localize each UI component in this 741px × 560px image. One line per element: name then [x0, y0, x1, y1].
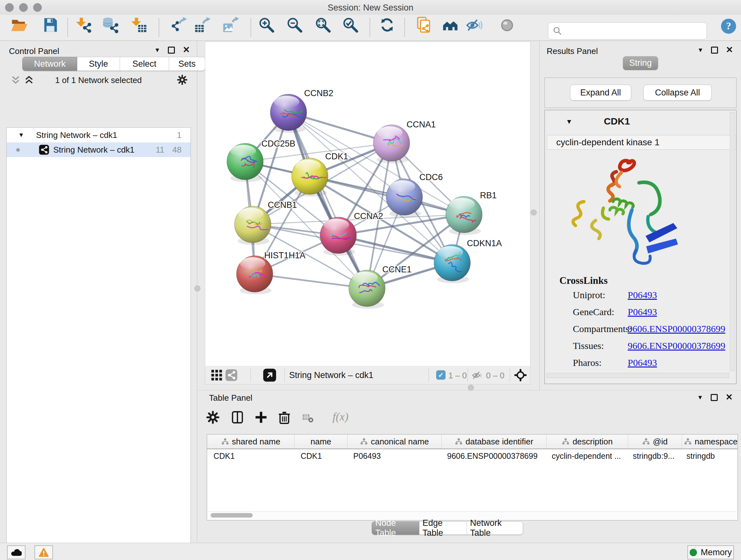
- table-cell[interactable]: CDK1: [207, 451, 294, 461]
- save-session-button[interactable]: [42, 16, 59, 34]
- import-network-button[interactable]: [75, 16, 92, 34]
- table-cell[interactable]: 9606.ENSP00000378699: [441, 451, 545, 461]
- selected-checkbox[interactable]: ✓: [436, 370, 446, 380]
- homes-button[interactable]: [442, 16, 459, 34]
- zoom-out-icon: [286, 16, 303, 34]
- add-column-icon[interactable]: [254, 410, 268, 425]
- import-table-button[interactable]: [130, 16, 147, 34]
- table-cell[interactable]: stringdb:9...: [626, 451, 680, 461]
- tab-network-table[interactable]: Network Table: [467, 521, 523, 535]
- tab-select[interactable]: Select: [120, 57, 169, 71]
- tab-network[interactable]: Network: [22, 57, 77, 71]
- clone-network-icon: [415, 16, 432, 34]
- panel-collapse-icon[interactable]: ▼: [697, 47, 704, 54]
- grid-view-icon[interactable]: [210, 369, 223, 381]
- network-node-cdc25b[interactable]: CDC25B: [227, 139, 295, 182]
- warning-icon: [39, 548, 49, 557]
- footer-separator: [428, 368, 429, 382]
- network-selected-status: 1 of 1 Network selected: [0, 75, 197, 85]
- network-node-rb1[interactable]: RB1: [446, 191, 497, 235]
- warning-button[interactable]: [35, 545, 53, 559]
- tab-style[interactable]: Style: [77, 57, 120, 71]
- left-splitter-handle[interactable]: [194, 286, 200, 292]
- network-collection-row[interactable]: ▼ String Network – cdk1 1: [7, 128, 191, 142]
- refresh-button[interactable]: [379, 16, 396, 34]
- delete-column-icon[interactable]: [277, 410, 292, 425]
- panel-float-icon[interactable]: [168, 47, 175, 54]
- results-horizontal-scrollbar[interactable]: [547, 373, 729, 378]
- table-cell[interactable]: P06493: [347, 451, 441, 461]
- zoom-fit-button[interactable]: [314, 16, 332, 34]
- network-node-hist1h1a[interactable]: HIST1H1A: [237, 251, 306, 294]
- scrollbar-thumb[interactable]: [211, 513, 253, 517]
- tree-caret-icon[interactable]: ▼: [18, 132, 24, 138]
- toolbar-separator: [251, 18, 251, 37]
- panel-close-icon[interactable]: ✕: [725, 393, 733, 401]
- network-node-ccna1[interactable]: CCNA1: [374, 120, 436, 164]
- crosslink-link[interactable]: P06493: [628, 290, 657, 300]
- network-row[interactable]: String Network – cdk1 11 48: [7, 142, 191, 157]
- cloud-button[interactable]: [7, 545, 25, 559]
- network-node-cdc6[interactable]: CDC6: [386, 172, 443, 217]
- column-label: namespace: [695, 437, 738, 447]
- open-session-button[interactable]: [10, 16, 28, 34]
- gear-icon[interactable]: [177, 74, 188, 85]
- zoom-in-button[interactable]: [258, 16, 275, 34]
- table-row[interactable]: CDK1CDK1P064939606.ENSP00000378699cyclin…: [207, 449, 738, 462]
- column-label: shared name: [232, 437, 280, 447]
- share-view-icon[interactable]: [225, 369, 238, 381]
- column-header-shared-name[interactable]: shared name: [207, 435, 294, 449]
- table-settings-gear-icon[interactable]: [205, 410, 220, 425]
- clone-network-button[interactable]: [415, 16, 432, 34]
- column-label: description: [572, 437, 613, 447]
- collapse-all-button[interactable]: Collapse All: [643, 84, 712, 101]
- export-image-button[interactable]: [222, 16, 239, 34]
- crosslink-link[interactable]: 9606.ENSP00000378699: [628, 323, 725, 334]
- column-header-database-identifier[interactable]: database identifier: [442, 435, 547, 449]
- panel-float-icon[interactable]: [711, 394, 718, 401]
- tab-node-table[interactable]: Node Table: [372, 521, 419, 535]
- network-graph[interactable]: CCNB2CCNA1CDC25BCDK1CDC6RB1CCNB1CCNA2CDK…: [205, 42, 530, 366]
- right-splitter-handle[interactable]: [531, 209, 537, 215]
- column-header-canonical-name[interactable]: canonical name: [347, 435, 442, 449]
- results-vertical-scrollbar[interactable]: [730, 112, 735, 371]
- show-columns-icon[interactable]: [230, 410, 245, 425]
- network-edge[interactable]: [288, 112, 367, 288]
- tab-edge-table[interactable]: Edge Table: [419, 521, 467, 535]
- panel-collapse-icon[interactable]: ▼: [697, 394, 703, 401]
- import-network-database-button[interactable]: [102, 16, 119, 34]
- zoom-out-button[interactable]: [286, 16, 303, 34]
- column-header-namespace[interactable]: namespace: [682, 435, 738, 449]
- network-node-ccnb2[interactable]: CCNB2: [270, 88, 333, 133]
- column-header-name[interactable]: name: [294, 435, 347, 449]
- column-header--id[interactable]: @id: [628, 435, 682, 449]
- show-graphics-button[interactable]: [498, 16, 516, 34]
- table-cell[interactable]: CDK1: [294, 451, 347, 461]
- crosslink-link[interactable]: 9606.ENSP00000378699: [628, 340, 725, 351]
- search-input[interactable]: [565, 26, 706, 37]
- network-canvas[interactable]: CCNB2CCNA1CDC25BCDK1CDC6RB1CCNB1CCNA2CDK…: [205, 42, 530, 366]
- toolbar-separator: [67, 18, 68, 37]
- column-header-description[interactable]: description: [547, 435, 628, 449]
- detach-view-icon[interactable]: [263, 368, 277, 382]
- hide-graphics-button[interactable]: [466, 16, 483, 34]
- table-cell[interactable]: stringdb: [680, 451, 738, 461]
- help-button[interactable]: ?: [720, 17, 735, 32]
- zoom-selected-button[interactable]: [342, 16, 359, 34]
- export-table-button[interactable]: [194, 16, 211, 34]
- table-panel-window-controls: ▼ ✕: [697, 393, 733, 401]
- panel-close-icon[interactable]: ✕: [726, 46, 733, 54]
- tab-string[interactable]: String: [623, 56, 658, 70]
- table-cell[interactable]: cyclin-dependent ...: [545, 451, 626, 461]
- crosslink-link[interactable]: P06493: [628, 357, 657, 368]
- panel-float-icon[interactable]: [711, 47, 718, 54]
- expand-all-button[interactable]: Expand All: [570, 84, 631, 101]
- crosslink-link[interactable]: P06493: [628, 307, 657, 317]
- panel-collapse-icon[interactable]: ▼: [154, 47, 160, 54]
- tab-sets[interactable]: Sets: [169, 57, 205, 71]
- export-network-button[interactable]: [170, 16, 187, 34]
- panel-close-icon[interactable]: ✕: [183, 46, 190, 54]
- crosshair-icon[interactable]: [514, 368, 528, 382]
- control-panel-tabs: Network Style Select Sets: [22, 57, 205, 71]
- memory-button[interactable]: Memory: [687, 545, 734, 559]
